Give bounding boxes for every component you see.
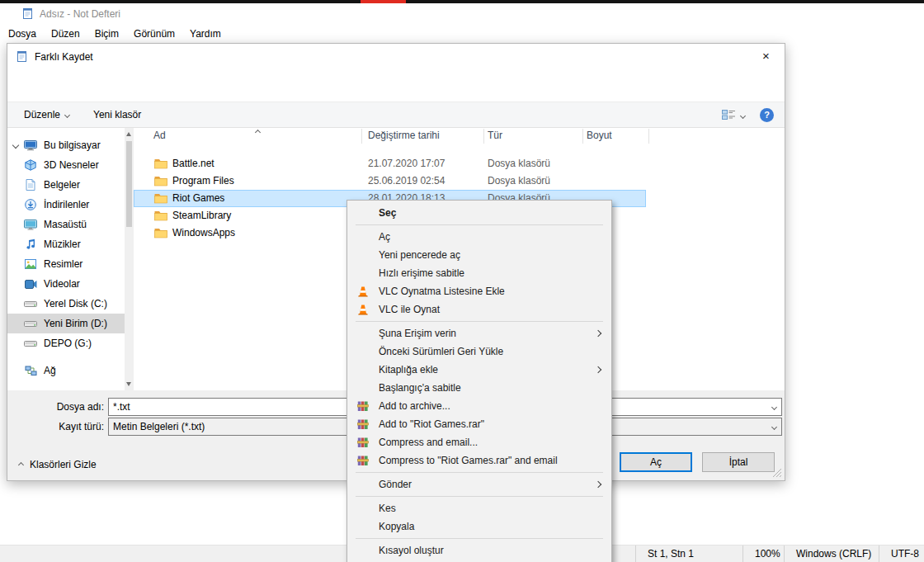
context-menu-item[interactable]: Şuna Erişim verin (347, 324, 611, 342)
scroll-up-icon[interactable] (126, 132, 131, 136)
folder-icon (154, 210, 167, 221)
folder-icon (154, 175, 167, 187)
menu-separator (356, 224, 603, 225)
notepad-menu-item[interactable]: Görünüm (126, 25, 182, 43)
notepad-menu-item[interactable]: Biçim (87, 25, 126, 43)
status-cursor-position: St 1, Stn 1 (635, 545, 742, 562)
notepad-menu-item[interactable]: Düzen (44, 25, 87, 43)
combobox-dropdown-icon[interactable] (766, 418, 781, 435)
context-menu-item[interactable]: Compress to "Riot Games.rar" and email (347, 451, 611, 470)
icon-slot (357, 503, 370, 515)
context-menu-item[interactable]: VLC Oynatma Listesine Ekle (347, 282, 611, 300)
sidebar-item[interactable]: Yeni Birim (D:) (7, 314, 125, 333)
column-header-size[interactable]: Boyut (587, 130, 612, 141)
sidebar-item-label: Masaüstü (44, 219, 87, 230)
help-icon[interactable]: ? (760, 108, 774, 122)
music-icon (24, 238, 37, 251)
new-folder-button[interactable]: Yeni klasör (93, 102, 141, 127)
context-menu-item[interactable]: Kopyala (347, 517, 611, 536)
context-menu-item-label: Add to archive... (379, 400, 450, 412)
context-menu-item-label: Önceki Sürümleri Geri Yükle (379, 346, 503, 357)
sidebar-item[interactable]: Müzikler (7, 234, 125, 254)
view-selector-button[interactable] (722, 109, 745, 123)
column-header-date[interactable]: Değiştirme tarihi (368, 130, 440, 141)
context-menu-item-label: Yeni pencerede aç (379, 249, 460, 261)
notepad-menu-item[interactable]: Dosya (1, 25, 44, 43)
sidebar-item-label: Müzikler (44, 238, 81, 250)
sidebar-item[interactable]: DEPO (G:) (7, 333, 125, 353)
computer-icon (24, 139, 37, 152)
sidebar-item[interactable]: Bu bilgisayar (7, 135, 125, 155)
context-menu-item-label: Gönder (379, 479, 412, 490)
sidebar-item[interactable]: İndirilenler (7, 195, 125, 215)
context-menu-item[interactable]: Kitaplığa ekle (347, 361, 611, 379)
sort-ascending-icon (255, 130, 261, 135)
dialog-icon (16, 50, 29, 64)
cancel-button[interactable]: İptal (702, 452, 775, 472)
notepad-menubar: Dosya Düzen Biçim Görünüm Yardım (0, 25, 924, 43)
sidebar-item[interactable]: Videolar (7, 274, 125, 294)
sidebar-item[interactable]: 3D Nesneler (7, 155, 125, 175)
status-zoom: 100% (742, 545, 784, 562)
chevron-down-icon (64, 111, 70, 117)
column-divider (483, 129, 484, 144)
drive-icon (24, 317, 37, 330)
organize-button[interactable]: Düzenle (24, 102, 69, 127)
context-menu-item[interactable]: Kes (347, 499, 611, 517)
icon-slot (357, 364, 370, 376)
file-name: Program Files (172, 175, 234, 187)
file-row[interactable]: Program Files 25.06.2019 02:54 Dosya kla… (134, 172, 646, 190)
sidebar-item[interactable]: Ağ (7, 361, 125, 380)
status-encoding: UTF-8 (879, 545, 924, 562)
context-menu-item[interactable]: Kısayol oluştur (347, 541, 611, 560)
context-menu-item-label: Şuna Erişim verin (379, 328, 456, 339)
file-name: Battle.net (172, 158, 214, 169)
context-menu-item[interactable]: Hızlı erişime sabitle (347, 264, 611, 282)
sidebar-item[interactable]: Masaüstü (7, 215, 125, 234)
context-menu-item[interactable]: Önceki Sürümleri Geri Yükle (347, 342, 611, 361)
context-menu-item[interactable]: Add to archive... (347, 397, 611, 415)
resize-grip[interactable] (772, 468, 782, 478)
winrar-icon (357, 455, 370, 467)
close-icon[interactable]: × (747, 44, 785, 68)
sidebar-item-label: İndirilenler (44, 199, 89, 210)
pictures-icon (24, 257, 37, 271)
hide-folders-button[interactable]: Klasörleri Gizle (19, 456, 97, 474)
view-icon (722, 109, 736, 123)
context-menu-item[interactable]: Aç (347, 228, 611, 246)
context-menu-item[interactable]: Yeni pencerede aç (347, 246, 611, 264)
combobox-dropdown-icon[interactable] (766, 399, 781, 415)
winrar-icon (357, 400, 370, 413)
sidebar-item[interactable]: Yerel Disk (C:) (7, 294, 125, 314)
context-menu-item-label: VLC Oynatma Listesine Ekle (379, 286, 505, 297)
context-menu-item-label: VLC ile Oynat (379, 304, 440, 315)
context-menu-item[interactable]: Gönder (347, 475, 611, 494)
menu-separator (356, 472, 603, 473)
sidebar-item-label: Ağ (44, 365, 56, 376)
file-date: 21.07.2020 17:07 (368, 158, 445, 169)
context-menu-item-label: Seç (379, 207, 396, 219)
sidebar-item[interactable]: Resimler (7, 254, 125, 274)
sidebar-item-label: DEPO (G:) (44, 338, 92, 349)
context-menu-item[interactable]: Compress and email... (347, 433, 611, 451)
desktop-icon (24, 218, 37, 231)
notepad-menu-item[interactable]: Yardım (182, 25, 229, 43)
column-header-type[interactable]: Tür (488, 130, 502, 141)
dialog-titlebar: Farklı Kaydet × (7, 44, 785, 70)
open-button[interactable]: Aç (620, 452, 692, 472)
sidebar-item-label: 3D Nesneler (44, 159, 99, 171)
scrollbar-thumb[interactable] (126, 141, 132, 227)
sidebar-item-label: Belgeler (44, 179, 80, 191)
scroll-down-icon[interactable] (126, 382, 131, 386)
sidebar-scrollbar[interactable] (125, 128, 134, 390)
file-row[interactable]: Battle.net 21.07.2020 17:07 Dosya klasör… (134, 155, 646, 172)
context-menu-item-label: Aç (379, 231, 390, 243)
context-menu-item[interactable]: Add to "Riot Games.rar" (347, 415, 611, 433)
sidebar-item[interactable]: Belgeler (7, 175, 125, 195)
filetype-label: Kayıt türü: (24, 418, 104, 436)
column-header-name[interactable]: Ad (153, 130, 166, 141)
context-menu-item[interactable]: Başlangıç'a sabitle (347, 379, 611, 397)
context-menu-item[interactable]: Seç (347, 204, 611, 222)
vlc-icon (357, 304, 370, 316)
context-menu-item[interactable]: VLC ile Oynat (347, 300, 611, 319)
